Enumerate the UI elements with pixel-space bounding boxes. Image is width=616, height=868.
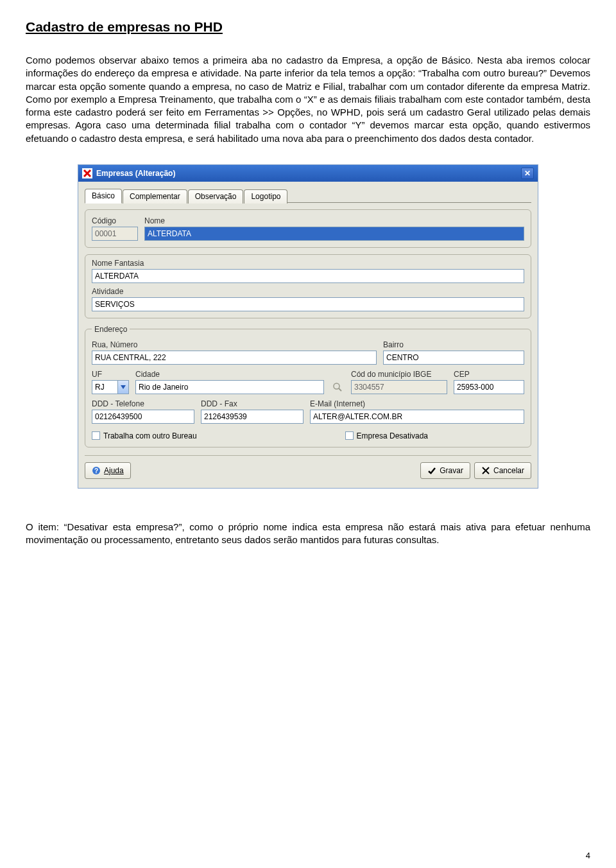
label-rua: Rua, Número [92,340,377,349]
atividade-input[interactable] [92,297,524,311]
search-icon [332,382,343,392]
doc-paragraph: Como podemos observar abaixo temos a pri… [26,54,590,145]
checkbox-outro-bureau[interactable]: Trabalha com outro Bureau [92,431,197,440]
checkbox-label-bureau: Trabalha com outro Bureau [103,431,197,440]
window-title: Empresas (Alteração) [96,169,521,178]
help-icon: ? [92,466,101,475]
tab-observacao[interactable]: Observação [188,189,244,204]
ajuda-button[interactable]: ? Ajuda [85,462,131,479]
checkbox-empresa-desativada[interactable]: Empresa Desativada [345,431,428,440]
gravar-button[interactable]: Gravar [420,462,470,479]
label-ddd-fax: DDD - Fax [201,399,304,408]
svg-marker-2 [121,385,126,389]
bairro-input[interactable] [383,351,524,365]
close-button[interactable]: ✕ [521,168,534,179]
cancelar-label: Cancelar [493,466,524,475]
button-row: ? Ajuda Gravar Cancelar [85,462,531,479]
cep-input[interactable] [454,380,524,394]
group-codigo-nome: Código Nome [85,209,531,248]
svg-line-4 [339,388,341,391]
email-input[interactable] [310,410,524,424]
label-email: E-Mail (Internet) [310,399,524,408]
doc-heading: Cadastro de empresas no PHD [26,19,590,35]
legend-endereco: Endereço [92,325,130,334]
search-cidade-button[interactable] [330,380,345,394]
group-endereco: Endereço Rua, Número Bairro UF [85,325,531,447]
tab-basico[interactable]: Básico [85,189,122,204]
uf-dropdown-button[interactable] [117,380,129,394]
label-cep: CEP [454,370,524,379]
ddd-tel-input[interactable] [92,410,194,424]
label-codigo: Código [92,216,138,225]
doc-outro: O item: “Desativar esta empresa?”, como … [26,521,590,547]
cancel-icon [481,466,490,475]
checkbox-box-icon [92,431,100,440]
ajuda-label: Ajuda [104,466,124,475]
nome-input[interactable] [144,227,524,241]
empresas-window: Empresas (Alteração) ✕ Básico Complement… [78,164,538,489]
svg-text:?: ? [94,467,98,474]
titlebar: Empresas (Alteração) ✕ [78,165,538,182]
svg-point-3 [334,383,339,389]
cancelar-button[interactable]: Cancelar [474,462,531,479]
checkbox-label-desativada: Empresa Desativada [357,431,428,440]
app-icon [82,168,92,178]
label-cidade: Cidade [135,370,324,379]
rua-input[interactable] [92,351,377,365]
chevron-down-icon [121,385,126,389]
label-nome-fantasia: Nome Fantasia [92,259,524,268]
tab-logotipo[interactable]: Logotipo [244,189,287,204]
gravar-label: Gravar [440,466,463,475]
ibge-input [351,380,447,394]
group-fantasia-atividade: Nome Fantasia Atividade [85,254,531,318]
close-icon: ✕ [524,169,531,177]
label-atividade: Atividade [92,287,524,296]
tab-complementar[interactable]: Complementar [123,189,187,204]
label-ibge: Cód do município IBGE [351,370,447,379]
separator [85,455,531,456]
label-bairro: Bairro [383,340,524,349]
ddd-fax-input[interactable] [201,410,304,424]
label-uf: UF [92,370,129,379]
label-nome: Nome [144,216,524,225]
nome-fantasia-input[interactable] [92,269,524,283]
checkbox-box-icon [345,431,354,440]
label-ddd-tel: DDD - Telefone [92,399,194,408]
cidade-input[interactable] [135,380,324,394]
check-icon [427,466,436,475]
codigo-input [92,227,138,241]
tab-bar: Básico Complementar Observação Logotipo [85,188,531,203]
